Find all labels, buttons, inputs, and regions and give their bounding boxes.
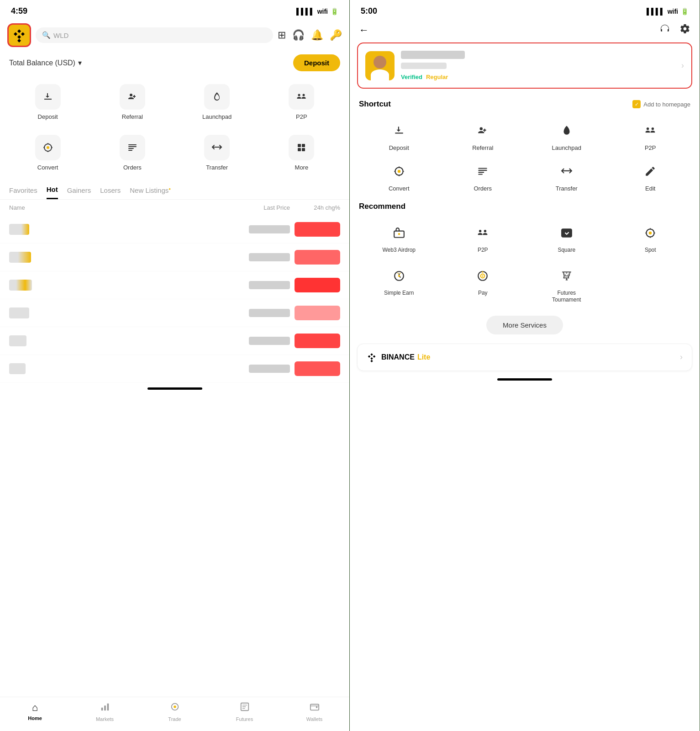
market-row[interactable] (0, 216, 349, 244)
scan-icon[interactable]: ⊞ (278, 29, 286, 41)
coin-thumb (9, 363, 26, 374)
transfer-icon (204, 135, 230, 160)
signal-icon: ▌▌▌▌ (296, 8, 315, 15)
change-badge (295, 334, 340, 348)
launchpad-label: Launchpad (202, 113, 232, 120)
rec-simple-earn[interactable]: Simple Earn (357, 260, 441, 308)
convert-label: Convert (37, 164, 58, 171)
action-transfer[interactable]: Transfer (177, 129, 258, 176)
shortcut-edit-label: Edit (645, 185, 655, 192)
more-services-button[interactable]: More Services (486, 316, 563, 334)
svg-marker-42 (370, 357, 373, 360)
header-icons: ⊞ 🎧 🔔 🔑 (278, 29, 342, 41)
price-value (249, 253, 290, 261)
headset-icon[interactable]: 🎧 (292, 29, 305, 41)
action-more[interactable]: More (261, 129, 342, 176)
balance-title[interactable]: Total Balance (USD) ▾ (9, 58, 82, 67)
change-badge (295, 222, 340, 237)
add-homepage-label: Add to homepage (643, 101, 690, 108)
coin-info (9, 224, 249, 235)
coin-info (9, 280, 249, 291)
time-right: 5:00 (361, 6, 377, 16)
market-row[interactable] (0, 327, 349, 355)
shortcut-transfer[interactable]: Transfer (525, 156, 609, 196)
tab-favorites[interactable]: Favorites (9, 186, 37, 199)
rec-square[interactable]: Square (525, 217, 609, 259)
tab-gainers[interactable]: Gainers (67, 186, 91, 199)
tab-losers[interactable]: Losers (100, 186, 121, 199)
market-row[interactable] (0, 355, 349, 383)
col-price-header: Last Price (235, 204, 290, 211)
svg-rect-20 (310, 705, 318, 710)
action-launchpad[interactable]: Launchpad (177, 79, 258, 126)
market-row[interactable] (0, 299, 349, 327)
action-deposit[interactable]: Deposit (7, 79, 88, 126)
nav-wallets[interactable]: Wallets (279, 702, 349, 722)
price-value (249, 365, 290, 373)
back-button[interactable]: ← (359, 24, 369, 36)
tab-new-listings[interactable]: New Listings● (130, 186, 171, 199)
trade-icon (170, 702, 180, 715)
nav-markets[interactable]: Markets (70, 702, 140, 722)
orders-label: Orders (123, 164, 142, 171)
profile-icon[interactable]: 🔑 (330, 29, 342, 41)
shortcut-edit[interactable]: Edit (609, 156, 693, 196)
nav-futures[interactable]: Futures (210, 702, 279, 722)
profile-card[interactable]: Verified Regular › (357, 42, 692, 89)
shortcut-launchpad-label: Launchpad (552, 144, 581, 151)
action-referral[interactable]: Referral (92, 79, 173, 126)
col-change-header: 24h chg% (290, 204, 340, 211)
action-p2p[interactable]: P2P (261, 79, 342, 126)
rec-web3-airdrop[interactable]: Web3 Airdrop (357, 217, 441, 259)
svg-point-37 (482, 275, 484, 276)
deposit-button[interactable]: Deposit (293, 54, 340, 71)
rec-futures-tournament[interactable]: FuturesTournament (525, 260, 609, 308)
action-orders[interactable]: Orders (92, 129, 173, 176)
rec-spot[interactable]: Spot (609, 217, 693, 259)
nav-home-label: Home (28, 715, 42, 721)
bell-icon[interactable]: 🔔 (311, 29, 323, 41)
tab-hot[interactable]: Hot (47, 185, 58, 199)
svg-marker-39 (370, 353, 373, 356)
deposit-icon (35, 84, 61, 110)
change-badge (295, 361, 340, 376)
action-convert[interactable]: Convert (7, 129, 88, 176)
settings-icon[interactable] (679, 23, 690, 37)
search-bar[interactable]: 🔍 WLD (36, 27, 273, 43)
binance-lite-banner[interactable]: BINANCE Lite › (357, 344, 692, 371)
rec-p2p-label: P2P (478, 247, 488, 254)
svg-rect-10 (298, 144, 301, 147)
chevron-down-icon: ▾ (78, 58, 82, 67)
profile-id-blur (401, 63, 447, 69)
shortcut-transfer-icon (556, 160, 578, 182)
shortcut-orders[interactable]: Orders (441, 156, 525, 196)
simple-earn-icon (388, 265, 410, 287)
nav-trade[interactable]: Trade (140, 702, 210, 722)
change-badge (295, 278, 340, 292)
nav-home[interactable]: ⌂ Home (0, 702, 70, 722)
pay-icon (472, 265, 494, 287)
shortcut-convert[interactable]: Convert (357, 156, 441, 196)
p2p-icon (289, 84, 314, 110)
shortcut-deposit[interactable]: Deposit (357, 115, 441, 156)
add-homepage-button[interactable]: ✓ Add to homepage (632, 100, 690, 108)
shortcut-launchpad[interactable]: Launchpad (525, 115, 609, 156)
shortcut-referral[interactable]: Referral (441, 115, 525, 156)
headset-icon-right[interactable] (659, 23, 670, 37)
rec-pay[interactable]: Pay (441, 260, 525, 308)
recommend-grid-row2: Simple Earn Pay FuturesTournament (350, 260, 700, 308)
chevron-right-icon: › (681, 61, 684, 70)
svg-marker-43 (370, 360, 373, 362)
rec-p2p[interactable]: P2P (441, 217, 525, 259)
recommend-grid-row1: Web3 Airdrop P2P Square Spot (350, 217, 700, 259)
coin-thumb (9, 307, 29, 318)
svg-point-18 (174, 705, 176, 708)
binance-logo[interactable] (7, 23, 31, 47)
balance-row: Total Balance (USD) ▾ Deposit (0, 53, 349, 79)
shortcut-p2p[interactable]: P2P (609, 115, 693, 156)
market-row[interactable] (0, 244, 349, 271)
wifi-icon-right: wifi (668, 8, 678, 15)
verified-badge: Verified (401, 74, 422, 80)
market-row[interactable] (0, 271, 349, 299)
deposit-label: Deposit (38, 113, 58, 120)
